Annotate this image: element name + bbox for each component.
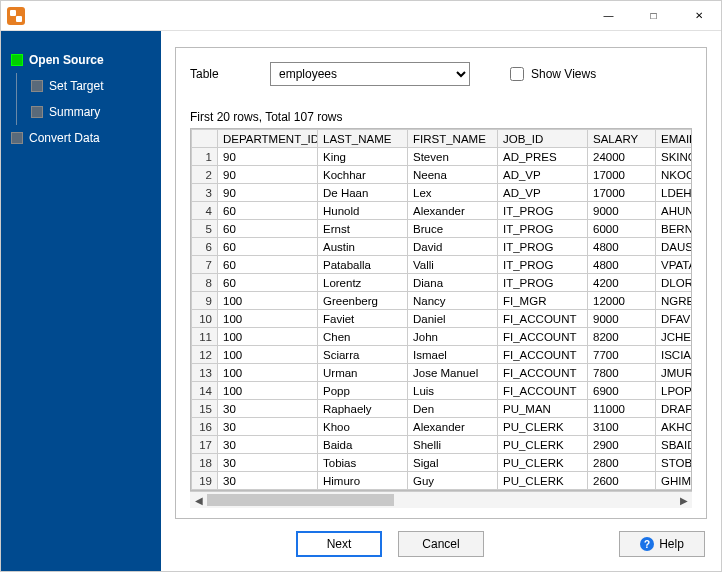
cell[interactable]: Alexander (408, 418, 498, 436)
cell[interactable]: PU_MAN (498, 400, 588, 418)
cancel-button[interactable]: Cancel (398, 531, 484, 557)
cell[interactable]: 60 (218, 256, 318, 274)
cell[interactable]: 9000 (588, 310, 656, 328)
cell[interactable]: 12000 (588, 292, 656, 310)
cell[interactable]: Lex (408, 184, 498, 202)
cell[interactable]: 8200 (588, 328, 656, 346)
cell[interactable]: De Haan (318, 184, 408, 202)
cell[interactable]: Sciarra (318, 346, 408, 364)
cell[interactable]: King (318, 148, 408, 166)
cell[interactable]: 7700 (588, 346, 656, 364)
cell[interactable]: Urman (318, 364, 408, 382)
cell[interactable]: 90 (218, 148, 318, 166)
table-row[interactable]: 1830TobiasSigalPU_CLERK2800STOBIAS (192, 454, 693, 472)
cell[interactable]: AHUNOLD (656, 202, 693, 220)
cell[interactable]: DLORENTZ (656, 274, 693, 292)
cell[interactable]: 17000 (588, 166, 656, 184)
cell[interactable]: 11000 (588, 400, 656, 418)
cell[interactable]: 60 (218, 220, 318, 238)
show-views-checkbox[interactable] (510, 67, 524, 81)
cell[interactable]: IT_PROG (498, 202, 588, 220)
cell[interactable]: 7800 (588, 364, 656, 382)
horizontal-scrollbar[interactable]: ◀ ▶ (190, 491, 692, 508)
cell[interactable]: FI_ACCOUNT (498, 382, 588, 400)
table-row[interactable]: 9100GreenbergNancyFI_MGR12000NGREENBE (192, 292, 693, 310)
cell[interactable]: ISCIARRA (656, 346, 693, 364)
table-row[interactable]: 190KingStevenAD_PRES24000SKING (192, 148, 693, 166)
cell[interactable]: Guy (408, 472, 498, 490)
table-row[interactable]: 860LorentzDianaIT_PROG4200DLORENTZ (192, 274, 693, 292)
cell[interactable]: 4200 (588, 274, 656, 292)
cell[interactable]: JMURMAN (656, 364, 693, 382)
table-row[interactable]: 760PataballaValliIT_PROG4800VPATABAL (192, 256, 693, 274)
cell[interactable]: SBAIDA (656, 436, 693, 454)
table-row[interactable]: 1630KhooAlexanderPU_CLERK3100AKHOO (192, 418, 693, 436)
cell[interactable]: FI_ACCOUNT (498, 328, 588, 346)
cell[interactable]: Sigal (408, 454, 498, 472)
maximize-button[interactable]: □ (631, 1, 676, 31)
cell[interactable]: John (408, 328, 498, 346)
cell[interactable]: 6900 (588, 382, 656, 400)
cell[interactable]: 60 (218, 274, 318, 292)
cell[interactable]: Alexander (408, 202, 498, 220)
cell[interactable]: AD_VP (498, 166, 588, 184)
cell[interactable]: 24000 (588, 148, 656, 166)
cell[interactable]: Popp (318, 382, 408, 400)
column-header[interactable]: SALARY (588, 130, 656, 148)
table-row[interactable]: 390De HaanLexAD_VP17000LDEHAAN (192, 184, 693, 202)
scroll-left-icon[interactable]: ◀ (190, 492, 207, 509)
cell[interactable]: Ernst (318, 220, 408, 238)
cell[interactable]: FI_MGR (498, 292, 588, 310)
table-row[interactable]: 12100SciarraIsmaelFI_ACCOUNT7700ISCIARRA (192, 346, 693, 364)
table-row[interactable]: 11100ChenJohnFI_ACCOUNT8200JCHEN (192, 328, 693, 346)
cell[interactable]: 60 (218, 202, 318, 220)
cell[interactable]: Valli (408, 256, 498, 274)
cell[interactable]: 100 (218, 328, 318, 346)
cell[interactable]: Greenberg (318, 292, 408, 310)
cell[interactable]: 3100 (588, 418, 656, 436)
cell[interactable]: 30 (218, 400, 318, 418)
cell[interactable]: FI_ACCOUNT (498, 346, 588, 364)
table-row[interactable]: 14100PoppLuisFI_ACCOUNT6900LPOPP (192, 382, 693, 400)
cell[interactable]: Neena (408, 166, 498, 184)
cell[interactable]: 4800 (588, 238, 656, 256)
cell[interactable]: BERNST (656, 220, 693, 238)
cell[interactable]: 30 (218, 418, 318, 436)
cell[interactable]: GHIMURO (656, 472, 693, 490)
cell[interactable]: 30 (218, 454, 318, 472)
table-row[interactable]: 560ErnstBruceIT_PROG6000BERNST (192, 220, 693, 238)
cell[interactable]: NGREENBE (656, 292, 693, 310)
cell[interactable]: 60 (218, 238, 318, 256)
cell[interactable]: PU_CLERK (498, 472, 588, 490)
cell[interactable]: 100 (218, 310, 318, 328)
help-button[interactable]: ? Help (619, 531, 705, 557)
cell[interactable]: DRAPHEAL (656, 400, 693, 418)
cell[interactable]: SKING (656, 148, 693, 166)
cell[interactable]: PU_CLERK (498, 418, 588, 436)
cell[interactable]: 2900 (588, 436, 656, 454)
cell[interactable]: Diana (408, 274, 498, 292)
cell[interactable]: Den (408, 400, 498, 418)
table-dropdown[interactable]: employees (270, 62, 470, 86)
cell[interactable]: JCHEN (656, 328, 693, 346)
cell[interactable]: 100 (218, 346, 318, 364)
sidebar-item-convert-data[interactable]: Convert Data (9, 125, 153, 151)
cell[interactable]: PU_CLERK (498, 454, 588, 472)
cell[interactable]: AD_PRES (498, 148, 588, 166)
data-grid[interactable]: DEPARTMENT_IDLAST_NAMEFIRST_NAMEJOB_IDSA… (190, 128, 692, 491)
cell[interactable]: 30 (218, 472, 318, 490)
scroll-right-icon[interactable]: ▶ (675, 492, 692, 509)
cell[interactable]: Tobias (318, 454, 408, 472)
cell[interactable]: AKHOO (656, 418, 693, 436)
cell[interactable]: 6000 (588, 220, 656, 238)
cell[interactable]: 4800 (588, 256, 656, 274)
cell[interactable]: David (408, 238, 498, 256)
column-header[interactable]: FIRST_NAME (408, 130, 498, 148)
table-row[interactable]: 290KochharNeenaAD_VP17000NKOCHHAR (192, 166, 693, 184)
cell[interactable]: Baida (318, 436, 408, 454)
cell[interactable]: Raphaely (318, 400, 408, 418)
column-header[interactable]: JOB_ID (498, 130, 588, 148)
cell[interactable]: 100 (218, 292, 318, 310)
cell[interactable]: 90 (218, 166, 318, 184)
cell[interactable]: DFAVIET (656, 310, 693, 328)
